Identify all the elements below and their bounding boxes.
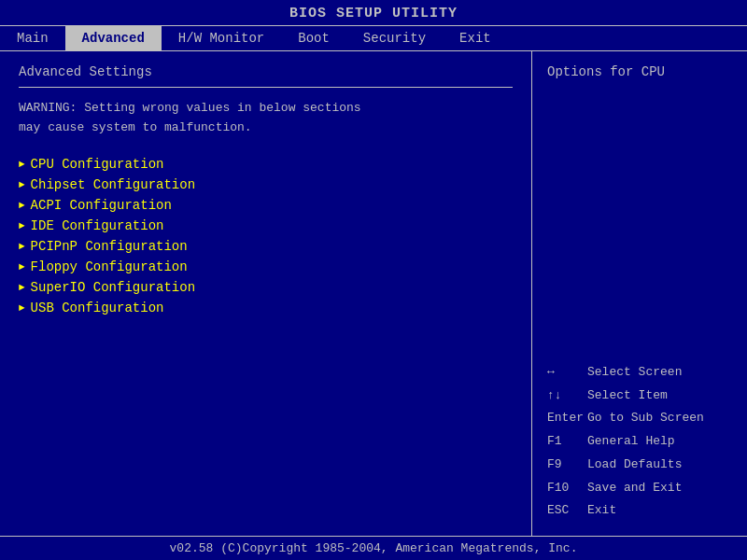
config-item[interactable]: ►USB Configuration — [19, 301, 513, 315]
config-item-label: CPU Configuration — [31, 157, 164, 172]
left-panel: Advanced Settings WARNING: Setting wrong… — [0, 51, 532, 536]
bios-screen: BIOS SETUP UTILITY MainAdvancedH/W Monit… — [0, 0, 747, 560]
menu-item-hwmonitor[interactable]: H/W Monitor — [162, 26, 281, 50]
options-title: Options for CPU — [547, 64, 732, 79]
key-desc: General Help — [587, 430, 708, 454]
key-desc: Go to Sub Screen — [587, 407, 708, 430]
menu-item-main[interactable]: Main — [0, 26, 65, 50]
arrow-icon: ► — [19, 261, 25, 273]
config-item-label: USB Configuration — [31, 301, 164, 315]
config-item-label: PCIPnP Configuration — [31, 239, 188, 254]
status-bar: v02.58 (C)Copyright 1985-2004, American … — [0, 536, 747, 560]
warning-line1: WARNING: Setting wrong values in below s… — [19, 101, 361, 115]
key-help-row: Enter Go to Sub Screen — [547, 407, 708, 430]
key-help-row: ↑↓ Select Item — [547, 385, 708, 408]
config-item-label: ACPI Configuration — [31, 198, 172, 213]
config-item[interactable]: ►IDE Configuration — [19, 218, 513, 233]
config-item-label: Chipset Configuration — [31, 177, 195, 192]
config-item[interactable]: ►CPU Configuration — [19, 157, 513, 172]
key-desc: Select Screen — [587, 361, 708, 385]
key-label: ↑↓ — [547, 385, 587, 408]
config-item-label: SuperIO Configuration — [31, 280, 195, 295]
key-help-row: ESC Exit — [547, 499, 708, 523]
key-label: F1 — [547, 430, 587, 454]
config-list: ►CPU Configuration►Chipset Configuration… — [19, 157, 513, 315]
menu-item-boot[interactable]: Boot — [281, 26, 346, 50]
menu-item-exit[interactable]: Exit — [443, 26, 508, 50]
config-item[interactable]: ►SuperIO Configuration — [19, 280, 513, 295]
arrow-icon: ► — [19, 179, 25, 190]
config-item[interactable]: ►ACPI Configuration — [19, 198, 513, 213]
status-text: v02.58 (C)Copyright 1985-2004, American … — [170, 541, 578, 555]
arrow-icon: ► — [19, 159, 25, 170]
config-item[interactable]: ►Chipset Configuration — [19, 177, 513, 192]
bios-title: BIOS SETUP UTILITY — [289, 6, 458, 21]
key-label: F10 — [547, 477, 587, 500]
key-desc: Select Item — [587, 385, 708, 408]
section-title: Advanced Settings — [19, 64, 513, 79]
key-desc: Load Defaults — [587, 454, 708, 477]
config-item[interactable]: ►Floppy Configuration — [19, 259, 513, 274]
menu-bar: MainAdvancedH/W MonitorBootSecurityExit — [0, 25, 747, 51]
key-help: ↔ Select Screen ↑↓ Select Item Enter Go … — [547, 361, 732, 523]
config-item[interactable]: ►PCIPnP Configuration — [19, 239, 513, 254]
arrow-icon: ► — [19, 220, 25, 231]
key-label: ESC — [547, 499, 587, 523]
key-desc: Exit — [587, 499, 708, 523]
config-item-label: IDE Configuration — [31, 218, 164, 233]
key-help-row: ↔ Select Screen — [547, 361, 708, 385]
warning-text: WARNING: Setting wrong values in below s… — [19, 99, 513, 138]
content-area: Advanced Settings WARNING: Setting wrong… — [0, 51, 747, 536]
divider — [19, 87, 513, 88]
key-label: Enter — [547, 407, 587, 430]
right-panel: Options for CPU ↔ Select Screen ↑↓ Selec… — [532, 51, 747, 536]
title-bar: BIOS SETUP UTILITY — [0, 0, 747, 25]
key-desc: Save and Exit — [587, 477, 708, 500]
key-label: ↔ — [547, 361, 587, 385]
key-help-row: F1 General Help — [547, 430, 708, 454]
arrow-icon: ► — [19, 200, 25, 211]
arrow-icon: ► — [19, 302, 25, 314]
arrow-icon: ► — [19, 241, 25, 252]
key-label: F9 — [547, 454, 587, 477]
key-help-table: ↔ Select Screen ↑↓ Select Item Enter Go … — [547, 361, 708, 523]
spacer — [547, 89, 732, 361]
config-item-label: Floppy Configuration — [31, 259, 188, 274]
menu-item-advanced[interactable]: Advanced — [65, 26, 162, 50]
arrow-icon: ► — [19, 282, 25, 293]
key-help-row: F9 Load Defaults — [547, 454, 708, 477]
key-help-row: F10 Save and Exit — [547, 477, 708, 500]
warning-line2: may cause system to malfunction. — [19, 120, 252, 134]
menu-item-security[interactable]: Security — [346, 26, 443, 50]
